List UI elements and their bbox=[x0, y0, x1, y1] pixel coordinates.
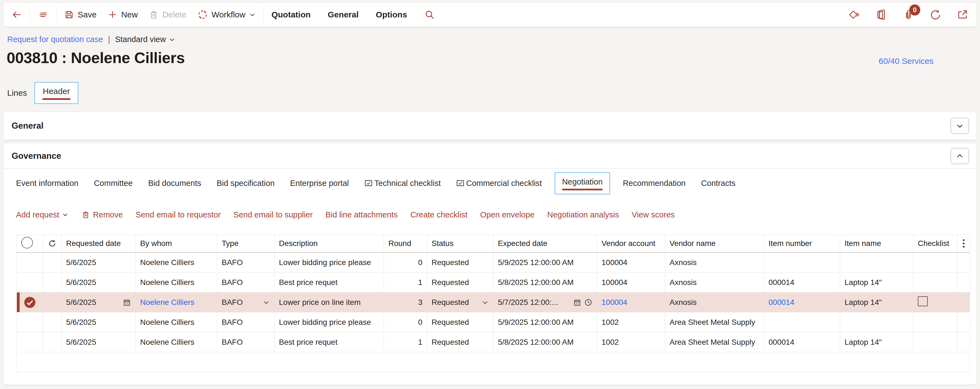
cell-checklist[interactable] bbox=[913, 312, 957, 332]
col-expected-date[interactable]: Expected date bbox=[493, 235, 597, 253]
cell-vendor-name[interactable]: Area Sheet Metal Supply bbox=[665, 312, 764, 332]
office-button[interactable] bbox=[875, 9, 887, 21]
by-whom-link[interactable]: Noelene Cilliers bbox=[140, 298, 194, 306]
row-select-cell[interactable] bbox=[17, 253, 43, 273]
col-vendor-name[interactable]: Vendor name bbox=[665, 235, 764, 253]
cell-vendor-account[interactable]: 1002 bbox=[597, 332, 665, 352]
cell-round[interactable]: 3 bbox=[384, 292, 427, 312]
clock-icon[interactable] bbox=[584, 298, 592, 306]
cell-round[interactable]: 0 bbox=[384, 312, 427, 332]
governance-collapse-button[interactable] bbox=[951, 148, 969, 164]
cell-round[interactable]: 1 bbox=[384, 273, 427, 292]
cell-expected-date[interactable]: 5/8/2025 12:00:00 AM bbox=[493, 273, 597, 292]
col-type[interactable]: Type bbox=[217, 235, 275, 253]
send-email-requestor-button[interactable]: Send email to requestor bbox=[135, 210, 221, 219]
cell-vendor-account[interactable]: 1002 bbox=[597, 312, 665, 332]
workflow-button[interactable]: Workflow bbox=[197, 10, 256, 20]
col-vendor-account[interactable]: Vendor account bbox=[597, 235, 665, 253]
cell-status[interactable]: Requested bbox=[427, 253, 493, 273]
cell-type[interactable]: BAFO bbox=[217, 253, 275, 273]
tab-header[interactable]: Header bbox=[34, 82, 78, 104]
refresh-button[interactable] bbox=[930, 9, 941, 21]
cell-vendor-name[interactable]: Axnosis bbox=[665, 273, 764, 292]
gtab-bid-documents[interactable]: Bid documents bbox=[148, 179, 201, 188]
cell-status[interactable]: Requested bbox=[427, 332, 493, 352]
new-button[interactable]: New bbox=[108, 10, 138, 20]
cell-round[interactable]: 1 bbox=[384, 332, 427, 352]
menu-quotation[interactable]: Quotation bbox=[272, 10, 311, 19]
calendar-icon[interactable] bbox=[123, 298, 131, 306]
col-requested-date[interactable]: Requested date bbox=[62, 235, 136, 253]
gtab-negotiation[interactable]: Negotiation bbox=[555, 172, 610, 194]
cell-type[interactable]: BAFO bbox=[217, 312, 275, 332]
gtab-contracts[interactable]: Contracts bbox=[701, 179, 735, 188]
attachments-button[interactable]: 0 bbox=[903, 9, 914, 21]
cell-type[interactable]: BAFO bbox=[217, 273, 275, 292]
menu-options[interactable]: Options bbox=[376, 10, 407, 19]
send-email-supplier-button[interactable]: Send email to supplier bbox=[233, 210, 313, 219]
gtab-committee[interactable]: Committee bbox=[94, 179, 133, 188]
cell-checklist[interactable] bbox=[913, 253, 957, 273]
cell-by-whom[interactable]: Noelene Cilliers bbox=[136, 292, 217, 312]
create-checklist-button[interactable]: Create checklist bbox=[410, 210, 467, 219]
cell-description[interactable]: Lower bidding price please bbox=[275, 312, 384, 332]
breadcrumb-page-link[interactable]: Request for quotation case bbox=[7, 35, 103, 44]
cell-vendor-name[interactable]: Axnosis bbox=[665, 292, 764, 312]
add-request-button[interactable]: Add request bbox=[16, 210, 68, 219]
cell-requested-date[interactable]: 5/6/2025 bbox=[62, 273, 136, 292]
cell-description[interactable]: Lower bidding price please bbox=[275, 253, 384, 273]
cell-item-name[interactable] bbox=[840, 253, 913, 273]
cell-status[interactable]: Requested bbox=[427, 292, 493, 312]
cell-item-name[interactable]: Laptop 14" bbox=[840, 273, 913, 292]
gtab-recommendation[interactable]: Recommendation bbox=[623, 179, 686, 188]
cell-requested-date[interactable]: 5/6/2025 bbox=[62, 253, 136, 273]
cell-description[interactable]: Best price requet bbox=[275, 273, 384, 292]
col-description[interactable]: Description bbox=[275, 235, 384, 253]
cell-expected-date[interactable]: 5/9/2025 12:00:00 AM bbox=[493, 253, 597, 273]
nav-toggle-button[interactable] bbox=[38, 10, 48, 20]
gtab-bid-specification[interactable]: Bid specification bbox=[217, 179, 275, 188]
search-button[interactable] bbox=[424, 10, 435, 20]
cell-expected-date[interactable]: 5/7/2025 12:00:... bbox=[493, 292, 597, 312]
cell-item-name[interactable]: Laptop 14" bbox=[840, 332, 913, 352]
cell-item-number[interactable]: 000014 bbox=[764, 273, 840, 292]
view-selector[interactable]: Standard view bbox=[115, 35, 175, 44]
negotiation-analysis-button[interactable]: Negotiation analysis bbox=[547, 210, 619, 219]
back-button[interactable] bbox=[12, 10, 22, 20]
cell-by-whom[interactable]: Noelene Cilliers bbox=[136, 253, 217, 273]
grid-refresh-header[interactable] bbox=[43, 235, 62, 253]
col-status[interactable]: Status bbox=[427, 235, 493, 253]
cell-type[interactable]: BAFO bbox=[217, 292, 275, 312]
cell-description[interactable]: Best price requet bbox=[275, 332, 384, 352]
col-checklist[interactable]: Checklist bbox=[913, 235, 957, 253]
cell-checklist[interactable] bbox=[913, 292, 957, 312]
cell-by-whom[interactable]: Noelene Cilliers bbox=[136, 273, 217, 292]
gtab-commercial-checklist[interactable]: Commercial checklist bbox=[456, 179, 542, 188]
bid-line-attachments-button[interactable]: Bid line attachments bbox=[325, 210, 398, 219]
row-select-cell[interactable] bbox=[17, 273, 43, 292]
cell-item-number[interactable] bbox=[764, 253, 840, 273]
remove-button[interactable]: Remove bbox=[81, 210, 123, 219]
cell-checklist[interactable] bbox=[913, 332, 957, 352]
menu-general[interactable]: General bbox=[328, 10, 359, 19]
cell-by-whom[interactable]: Noelene Cilliers bbox=[136, 312, 217, 332]
checklist-checkbox[interactable] bbox=[918, 296, 928, 306]
vendor-account-link[interactable]: 100004 bbox=[601, 298, 627, 306]
cell-vendor-account[interactable]: 100004 bbox=[597, 292, 665, 312]
cell-item-name[interactable] bbox=[840, 312, 913, 332]
services-link[interactable]: 60/40 Services bbox=[879, 56, 934, 66]
cell-status[interactable]: Requested bbox=[427, 273, 493, 292]
col-by-whom[interactable]: By whom bbox=[136, 235, 217, 253]
row-select-cell[interactable] bbox=[17, 332, 43, 352]
cell-by-whom[interactable]: Noelene Cilliers bbox=[136, 332, 217, 352]
cell-vendor-name[interactable]: Area Sheet Metal Supply bbox=[665, 332, 764, 352]
row-select-cell[interactable] bbox=[17, 292, 43, 312]
general-expand-button[interactable] bbox=[951, 118, 969, 134]
cell-vendor-account[interactable]: 100004 bbox=[597, 253, 665, 273]
cell-item-name[interactable]: Laptop 14" bbox=[840, 292, 913, 312]
cell-checklist[interactable] bbox=[913, 273, 957, 292]
cell-requested-date[interactable]: 5/6/2025 bbox=[62, 332, 136, 352]
cell-status[interactable]: Requested bbox=[427, 312, 493, 332]
cell-requested-date[interactable]: 5/6/2025 bbox=[62, 312, 136, 332]
gtab-technical-checklist[interactable]: Technical checklist bbox=[364, 179, 441, 188]
